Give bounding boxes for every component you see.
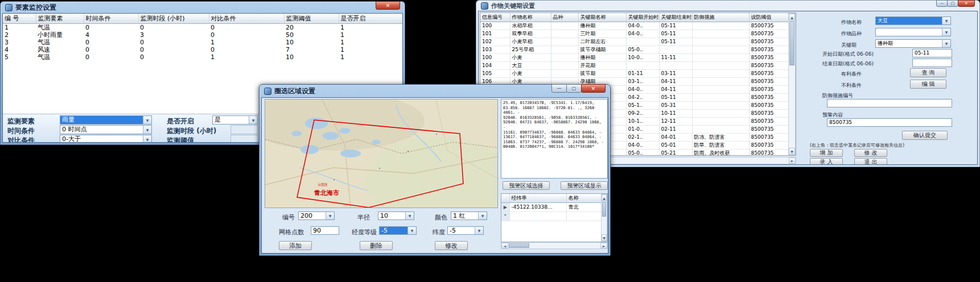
input-button[interactable]: 录 入 <box>810 158 843 165</box>
column-header[interactable]: 关键期开始时间 <box>626 13 659 22</box>
table-row[interactable]: 3气温001101 <box>3 39 403 46</box>
map-canvas[interactable]: 示范区 青北海市 <box>265 99 498 208</box>
scroll-left-icon[interactable]: ◄ <box>501 243 508 248</box>
modify-button[interactable]: 修 改 <box>854 149 887 157</box>
latitude-level-select[interactable]: -5 ▼ <box>447 226 484 235</box>
column-header[interactable]: 监测要素 <box>36 14 84 24</box>
column-header[interactable]: 品种 <box>551 13 578 22</box>
dropdown-arrow-icon[interactable]: ▼ <box>942 17 950 24</box>
dropdown-arrow-icon[interactable]: ▼ <box>143 135 151 143</box>
scroll-up-icon[interactable]: ▲ <box>602 194 607 201</box>
table-row[interactable]: 5气温001101 <box>3 53 403 61</box>
column-header[interactable]: 是否开启 <box>339 14 403 24</box>
warning-content-field[interactable]: 8500735 <box>827 118 952 127</box>
table-row[interactable]: 10325号早稻拔节孕穗期05-0..8500735 <box>480 46 789 54</box>
column-header[interactable]: 名称 <box>566 194 602 203</box>
table-row[interactable]: 1气温000201 <box>3 24 403 32</box>
close-icon[interactable]: ✕ <box>376 1 400 10</box>
crop-table-vscrollbar[interactable]: ▲ ▼ <box>788 13 796 155</box>
minimize-button[interactable]: — <box>936 0 948 7</box>
titlebar[interactable]: 圈选区域设置 — ▢ ✕ <box>260 85 610 97</box>
scroll-right-icon[interactable]: ► <box>789 157 796 164</box>
dropdown-arrow-icon[interactable]: ▼ <box>475 227 483 234</box>
close-icon[interactable]: ✕ <box>958 0 975 7</box>
dropdown-arrow-icon[interactable]: ▼ <box>942 40 950 47</box>
minimize-button[interactable]: — <box>551 84 567 93</box>
show-warning-region-button[interactable]: 预警区域显示 <box>561 181 608 190</box>
maximize-button[interactable]: ▢ <box>947 0 958 7</box>
color-select[interactable]: 1 红 ▼ <box>451 212 487 220</box>
column-header[interactable]: 对比条件 <box>209 14 284 24</box>
scroll-down-icon[interactable]: ▼ <box>789 148 795 155</box>
dropdown-arrow-icon[interactable]: ▼ <box>478 212 487 219</box>
compare-condition-select[interactable]: 0-大于 ▼ <box>60 135 152 143</box>
column-header[interactable]: 时间条件 <box>84 14 138 24</box>
dropdown-arrow-icon[interactable]: ▼ <box>405 212 414 219</box>
start-date-field[interactable]: 05-11 <box>912 49 952 57</box>
column-header[interactable]: 关键期结束时间 <box>659 13 692 22</box>
enabled-select[interactable]: 是 ▼ <box>212 115 258 125</box>
column-header[interactable] <box>501 194 509 203</box>
table-row[interactable]: 100水稻早稻播种期04-0..05-118500735 <box>480 22 789 30</box>
exit-button[interactable]: 退 出 <box>854 158 887 165</box>
dropdown-arrow-icon[interactable]: ▼ <box>249 116 257 124</box>
column-header[interactable]: 编 号 <box>3 14 36 24</box>
column-header[interactable]: 信息编号 <box>480 13 510 22</box>
table-row[interactable]: 104大豆开花期8500735 <box>480 62 789 70</box>
scroll-thumb[interactable] <box>509 243 529 248</box>
column-header[interactable]: 监测时段 (小时) <box>138 14 209 24</box>
table-row[interactable]: 101双季早稻三叶期04-0..05-118500735 <box>480 30 789 38</box>
column-header[interactable]: 经纬串 <box>509 194 566 203</box>
period-field[interactable] <box>230 125 258 134</box>
titlebar[interactable]: 作物关键期设置 — ▢ ✕ <box>476 1 979 11</box>
region-grid-hscrollbar[interactable]: ◄ ► <box>501 242 608 249</box>
table-row[interactable]: ▶-45122.10338…青北 <box>501 203 602 212</box>
table-row[interactable]: * <box>501 212 602 221</box>
add-button[interactable]: 添加 <box>279 241 312 250</box>
number-select[interactable]: 200 ▼ <box>298 212 335 220</box>
column-header[interactable]: 作物名称 <box>510 13 551 22</box>
region-coords-textbox[interactable]: 25.49, 017203457B, -9C5341. 1.17/6419, 6… <box>501 99 608 179</box>
close-icon[interactable]: ✕ <box>581 84 606 93</box>
time-condition-select[interactable]: 0 时间点 ▼ <box>60 125 152 134</box>
table-row[interactable]: 102小麦早稻二叶期左右05-118500735 <box>480 38 789 46</box>
edit-button[interactable]: 编 辑 <box>910 80 946 89</box>
modify-button[interactable]: 修改 <box>435 241 468 250</box>
query-button[interactable]: 查 询 <box>910 68 946 77</box>
scroll-thumb[interactable] <box>789 21 794 65</box>
element-select[interactable]: 雨量 ▼ <box>60 115 152 125</box>
column-header[interactable]: 监测阈值 <box>284 14 339 24</box>
dropdown-arrow-icon[interactable]: ▼ <box>942 28 950 36</box>
table-row[interactable]: 4风速00071 <box>3 46 403 53</box>
longitude-level-select[interactable]: -5 ▼ <box>379 226 417 235</box>
titlebar[interactable]: 要素监控设置 ✕ <box>1 2 405 13</box>
region-grid-vscrollbar[interactable]: ▲ ▼ <box>601 194 607 242</box>
radius-select[interactable]: 10 ▼ <box>378 212 414 220</box>
maximize-button[interactable]: ▢ <box>566 84 582 93</box>
table-row[interactable]: 100小麦播种期10-0..11-118500735 <box>480 54 789 62</box>
table-row[interactable]: 105小麦拔节期01-1103-118500735 <box>480 70 789 78</box>
dropdown-arrow-icon[interactable]: ▼ <box>143 126 151 134</box>
grid-points-field[interactable]: 90 <box>311 226 339 235</box>
scroll-up-icon[interactable]: ▲ <box>789 14 795 20</box>
dropdown-arrow-icon[interactable]: ▼ <box>407 227 416 234</box>
scroll-down-icon[interactable]: ▼ <box>602 234 607 241</box>
column-header[interactable]: 关键期名称 <box>578 13 626 22</box>
dropdown-arrow-icon[interactable]: ▼ <box>326 212 334 219</box>
scroll-thumb[interactable] <box>602 202 606 217</box>
threshold-field[interactable] <box>230 135 258 143</box>
crop-name-select[interactable]: 大豆 ▼ <box>875 16 951 25</box>
dropdown-arrow-icon[interactable]: ▼ <box>143 116 151 124</box>
defense-measure-field[interactable] <box>827 99 952 107</box>
crop-variety-select[interactable]: ▼ <box>875 28 951 36</box>
add-button[interactable]: 增 加 <box>810 149 843 157</box>
key-period-select[interactable]: 播种期 ▼ <box>875 39 951 48</box>
scroll-right-icon[interactable]: ► <box>600 243 607 248</box>
submit-button[interactable]: 确认提交 <box>902 131 948 140</box>
column-header[interactable]: 设防阈值 <box>749 13 789 22</box>
delete-button[interactable]: 删除 <box>360 241 393 250</box>
select-warning-region-button[interactable]: 预警区域选择 <box>503 181 550 190</box>
table-row[interactable]: 2小时雨量430501 <box>3 31 403 39</box>
column-header[interactable]: 防御措施 <box>692 13 749 22</box>
end-date-field[interactable] <box>912 59 952 67</box>
